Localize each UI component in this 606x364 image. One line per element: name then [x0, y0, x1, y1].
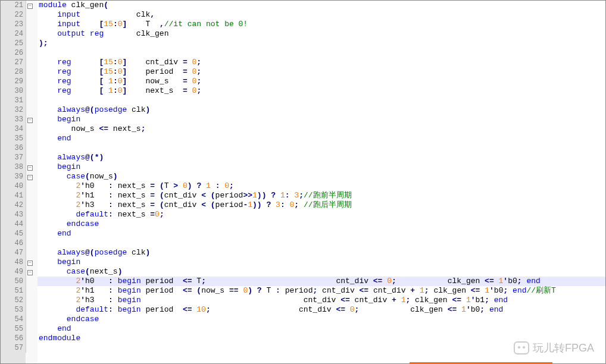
- fold-mark: [26, 200, 38, 210]
- line-number: 22: [1, 10, 23, 20]
- line-number: 40: [1, 181, 23, 191]
- code-line[interactable]: [39, 96, 605, 105]
- code-line[interactable]: [39, 143, 605, 153]
- line-number: 29: [1, 77, 23, 86]
- fold-mark: [26, 210, 38, 219]
- fold-mark: [26, 134, 38, 143]
- fold-toggle-icon[interactable]: −: [27, 4, 33, 9]
- code-line[interactable]: 2'h1 : begin period <= (now_s == 0) ? T …: [38, 286, 605, 296]
- code-line[interactable]: always@(posedge clk): [39, 248, 605, 258]
- fold-mark[interactable]: −: [26, 115, 38, 124]
- line-number: 57: [1, 343, 23, 353]
- fold-mark[interactable]: −: [26, 258, 38, 267]
- code-line[interactable]: begin: [39, 115, 605, 124]
- line-number: 51: [1, 286, 23, 296]
- line-number-gutter: 2122232425262728293031323334353637383940…: [1, 1, 26, 363]
- fold-mark: [26, 105, 38, 115]
- fold-mark: [26, 277, 38, 286]
- code-line[interactable]: reg [ 1:0] next_s = 0;: [39, 86, 605, 96]
- line-number: 39: [1, 172, 23, 181]
- line-number: 33: [1, 115, 23, 124]
- fold-mark: [26, 10, 38, 20]
- line-number: 31: [1, 96, 23, 105]
- line-number: 46: [1, 239, 23, 248]
- line-number: 48: [1, 258, 23, 267]
- fold-mark: [26, 334, 38, 343]
- code-line[interactable]: end: [39, 134, 605, 143]
- fold-mark: [26, 86, 38, 96]
- code-line[interactable]: 2'h3 : next_s = (cnt_div < (period-1)) ?…: [39, 200, 605, 210]
- line-number: 53: [1, 305, 23, 315]
- fold-mark: [26, 39, 38, 48]
- fold-mark: [26, 77, 38, 86]
- code-line[interactable]: [39, 48, 605, 58]
- code-line[interactable]: now_s <= next_s;: [39, 124, 605, 134]
- code-editor: 2122232425262728293031323334353637383940…: [0, 0, 606, 364]
- line-number: 55: [1, 324, 23, 334]
- code-line[interactable]: 2'h0 : next_s = (T > 0) ? 1 : 0;: [39, 181, 605, 191]
- line-number: 37: [1, 153, 23, 162]
- fold-mark: [26, 239, 38, 248]
- fold-mark: [26, 229, 38, 239]
- fold-mark[interactable]: −: [26, 162, 38, 172]
- fold-mark[interactable]: −: [26, 172, 38, 181]
- fold-toggle-icon[interactable]: −: [27, 175, 33, 180]
- code-line[interactable]: module clk_gen(: [39, 1, 605, 10]
- fold-mark: [26, 20, 38, 29]
- code-line[interactable]: input clk,: [39, 10, 605, 20]
- line-number: 44: [1, 219, 23, 229]
- fold-mark: [26, 181, 38, 191]
- code-line[interactable]: end: [39, 324, 605, 334]
- fold-mark: [26, 315, 38, 324]
- fold-toggle-icon[interactable]: −: [27, 118, 33, 123]
- fold-mark: [26, 48, 38, 58]
- line-number: 28: [1, 67, 23, 77]
- code-line[interactable]: default: next_s =0;: [39, 210, 605, 219]
- code-line[interactable]: reg [15:0] cnt_div = 0;: [39, 58, 605, 67]
- code-line[interactable]: begin: [39, 258, 605, 267]
- line-number: 30: [1, 86, 23, 96]
- fold-mark: [26, 67, 38, 77]
- fold-toggle-icon[interactable]: −: [27, 261, 33, 266]
- code-line[interactable]: input [15:0] T ,//it can not be 0!: [39, 20, 605, 29]
- fold-mark[interactable]: −: [26, 1, 38, 10]
- fold-toggle-icon[interactable]: −: [27, 165, 33, 171]
- code-line[interactable]: 2'h3 : begin cnt_div <= cnt_div + 1; clk…: [38, 296, 605, 305]
- code-line[interactable]: end: [39, 229, 605, 239]
- fold-mark[interactable]: −: [26, 267, 38, 277]
- code-line[interactable]: );: [39, 39, 605, 48]
- line-number: 35: [1, 134, 23, 143]
- fold-mark: [26, 286, 38, 296]
- line-number: 54: [1, 315, 23, 324]
- code-area[interactable]: module clk_gen( input clk, input [15:0] …: [38, 1, 605, 363]
- code-line[interactable]: always@(*): [39, 153, 605, 162]
- code-line[interactable]: endcase: [39, 219, 605, 229]
- fold-toggle-icon[interactable]: −: [27, 270, 33, 275]
- line-number: 25: [1, 39, 23, 48]
- line-number: 56: [1, 334, 23, 343]
- code-line[interactable]: begin: [39, 162, 605, 172]
- code-line[interactable]: case(next_s): [38, 267, 605, 277]
- code-line[interactable]: endcase: [39, 315, 605, 324]
- fold-mark: [26, 124, 38, 134]
- code-line[interactable]: 2'h1 : next_s = (cnt_div < (period>>1)) …: [39, 191, 605, 200]
- watermark-text: 玩儿转FPGA: [533, 341, 594, 355]
- code-line[interactable]: default: begin period <= 10; cnt_div <= …: [38, 305, 605, 315]
- code-line[interactable]: 2'h0 : begin period <= T; cnt_div <= 0; …: [38, 277, 605, 286]
- line-number: 34: [1, 124, 23, 134]
- fold-mark: [26, 343, 38, 353]
- code-line[interactable]: case(now_s): [39, 172, 605, 181]
- code-line[interactable]: reg [ 1:0] now_s = 0;: [39, 77, 605, 86]
- fold-mark: [26, 296, 38, 305]
- line-number: 32: [1, 105, 23, 115]
- code-line[interactable]: [39, 239, 605, 248]
- fold-mark: [26, 96, 38, 105]
- fold-mark: [26, 153, 38, 162]
- fold-mark: [26, 143, 38, 153]
- fold-mark: [26, 58, 38, 67]
- code-line[interactable]: output reg clk_gen: [39, 29, 605, 39]
- code-line[interactable]: reg [15:0] period = 0;: [39, 67, 605, 77]
- line-number: 43: [1, 210, 23, 219]
- watermark: 玩儿转FPGA: [514, 341, 594, 355]
- code-line[interactable]: always@(posedge clk): [39, 105, 605, 115]
